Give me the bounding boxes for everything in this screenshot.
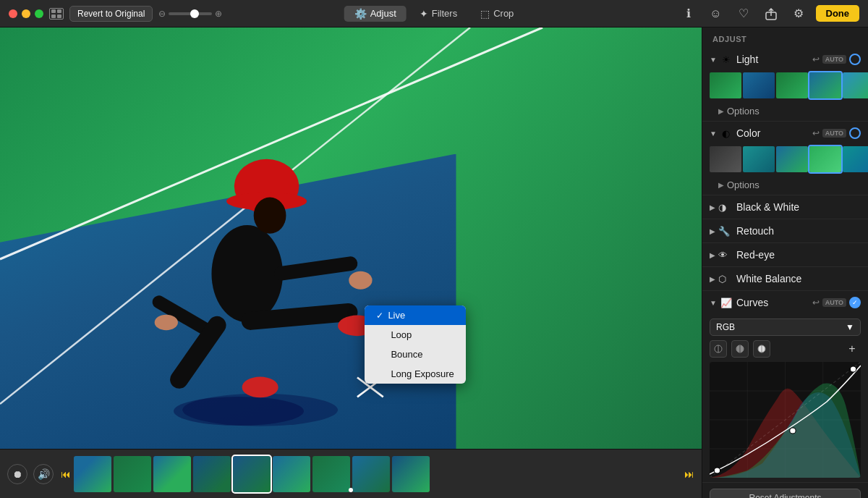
emoji-button[interactable]: ☺ [706,4,726,24]
retouch-icon: 🔧 [718,226,733,237]
redeye-icon: 👁 [718,250,733,261]
close-button[interactable] [9,9,17,18]
frame-2[interactable] [114,456,151,492]
section-retouch[interactable]: ▶ 🔧 Retouch [702,219,868,243]
light-thumb-3[interactable] [776,72,808,98]
tab-crop[interactable]: ⬚ Crop [470,6,524,22]
color-auto-badge: AUTO [822,129,846,138]
frame-5[interactable] [233,456,271,492]
svg-point-36 [714,468,720,473]
color-toggle[interactable] [849,127,861,139]
dropdown-item-loop[interactable]: Loop [365,325,466,345]
dropdown-item-bounce[interactable]: Bounce [365,345,466,364]
svg-rect-2 [51,14,56,18]
frame-6[interactable] [273,456,310,492]
section-curves-header[interactable]: ▼ 📈 Curves ↩ AUTO ✓ [702,291,868,314]
filmstrip-play-right[interactable]: ⏭ [684,468,694,480]
curves-auto-badge: AUTO [822,298,846,307]
svg-rect-1 [57,9,61,13]
more-button[interactable]: ⚙ [788,4,809,24]
panel-header: ADJUST [702,28,868,48]
reset-btn-area: Reset Adjustments [702,483,868,498]
zoom-control: ⊖ ⊕ [158,9,222,19]
svg-point-20 [242,377,278,398]
color-thumb-1[interactable] [710,146,741,172]
frame-1[interactable] [74,456,111,492]
zoom-slider[interactable] [169,12,212,15]
section-color: ▼ ◐ Color ↩ AUTO ▶ Options [702,122,868,195]
frame-7[interactable] [312,456,350,492]
light-thumb-1[interactable] [710,72,741,98]
curves-toggle[interactable]: ✓ [849,297,861,308]
fullscreen-button[interactable] [35,9,43,18]
traffic-lights [9,9,43,18]
svg-point-12 [254,198,286,234]
dropdown-item-long-exposure[interactable]: Long Exposure [365,364,466,384]
curves-add-point[interactable]: + [843,340,861,358]
frame-9[interactable] [392,456,430,492]
info-button[interactable]: ℹ [678,4,699,24]
heart-button[interactable]: ♡ [733,4,754,24]
section-bw[interactable]: ▶ ◑ Black & White [702,195,868,219]
curves-undo-icon[interactable]: ↩ [812,297,820,308]
frame-3[interactable] [153,456,191,492]
section-curves-arrow: ▼ [710,299,717,307]
section-retouch-arrow: ▶ [710,227,715,235]
light-thumb-4[interactable] [809,72,841,98]
color-thumb-2[interactable] [743,146,775,172]
svg-rect-13 [273,256,359,282]
zoom-slider-thumb[interactable] [190,9,199,18]
tab-filters[interactable]: ✦ Filters [409,6,467,22]
color-undo-icon[interactable]: ↩ [812,128,820,138]
color-options-row[interactable]: ▶ Options [702,177,868,195]
light-options-row[interactable]: ▶ Options [702,103,868,121]
frame-4[interactable] [193,456,231,492]
svg-point-16 [155,315,178,330]
frame-8[interactable] [352,456,390,492]
done-button[interactable]: Done [816,5,860,22]
section-light: ▼ ☀ Light ↩ AUTO ▶ Options [702,48,868,122]
curves-graph[interactable] [710,362,861,478]
section-curves-controls: ↩ AUTO ✓ [812,297,861,308]
section-redeye[interactable]: ▶ 👁 Red-eye [702,243,868,267]
minimize-button[interactable] [22,9,30,18]
tab-adjust[interactable]: ⚙️ Adjust [344,6,407,22]
light-thumb-5[interactable] [843,72,868,98]
photo-canvas: ✓ Live Loop Bounce Long Exposure [0,28,702,449]
curves-tool-sample-white[interactable] [753,340,770,358]
section-light-arrow: ▼ [710,56,717,64]
person-figure [0,28,702,449]
filmstrip-play-left[interactable]: ⏮ [61,468,71,480]
section-color-title: Color [736,127,812,139]
window-view-icon[interactable] [49,8,64,20]
bw-icon: ◑ [718,202,733,213]
color-thumb-3[interactable] [776,146,808,172]
reset-adjustments-button[interactable]: Reset Adjustments [710,489,861,498]
titlebar-left: Revert to Original ⊖ ⊕ [9,6,673,22]
light-toggle[interactable] [849,54,861,65]
section-wb-arrow: ▶ [710,275,715,283]
light-thumb-2[interactable] [743,72,775,98]
color-thumbs [702,145,868,177]
section-color-header[interactable]: ▼ ◐ Color ↩ AUTO [702,122,868,145]
share-button[interactable] [761,4,781,24]
section-redeye-arrow: ▶ [710,251,715,259]
svg-point-9 [211,225,282,322]
dropdown-item-live[interactable]: ✓ Live [365,305,466,325]
main-area: ✓ Live Loop Bounce Long Exposure [0,28,868,498]
curves-channel-select[interactable]: RGB ▼ [710,318,861,336]
curves-tool-sample-mid[interactable] [731,340,749,358]
section-wb[interactable]: ▶ ⬡ White Balance [702,267,868,291]
section-light-header[interactable]: ▼ ☀ Light ↩ AUTO [702,48,868,71]
svg-rect-0 [51,9,56,13]
curves-tools: + [710,340,861,358]
curves-icon: 📈 [720,296,733,309]
record-button[interactable]: ⏺ [7,464,27,484]
revert-to-original-button[interactable]: Revert to Original [69,6,153,22]
titlebar-right: ℹ ☺ ♡ ⚙ Done [678,4,860,24]
color-thumb-5[interactable] [843,146,868,172]
color-thumb-4[interactable] [809,146,841,172]
light-undo-icon[interactable]: ↩ [812,54,820,64]
curves-tool-sample-black[interactable] [710,340,727,358]
audio-button[interactable]: 🔊 [33,464,54,484]
